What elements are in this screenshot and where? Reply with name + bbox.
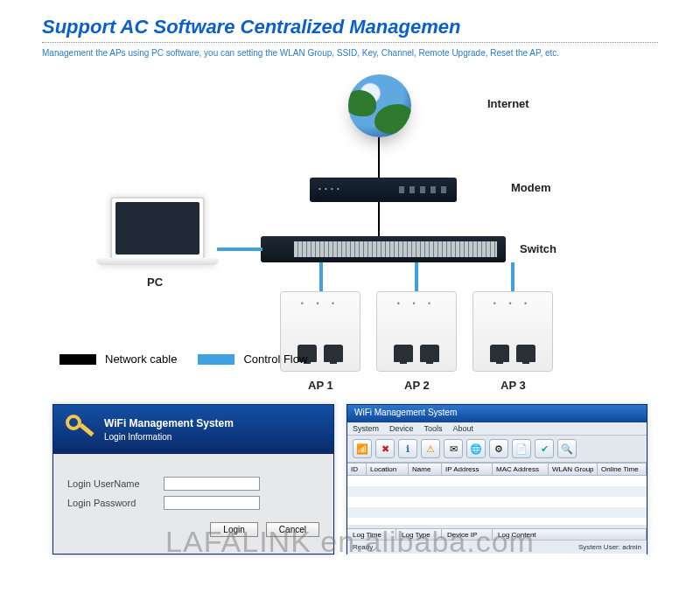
management-window: WiFi Management System System Device Too…: [346, 404, 648, 555]
tb-doc-icon[interactable]: 📄: [512, 439, 531, 458]
menu-system[interactable]: System: [353, 424, 379, 433]
ctrl-ap1: [319, 262, 323, 291]
modem-device: • • • •: [310, 178, 457, 202]
mgmt-titlebar: WiFi Management System: [347, 405, 647, 422]
tb-mail-icon[interactable]: ✉: [444, 439, 463, 458]
menu-tools[interactable]: Tools: [424, 424, 443, 433]
login-username-label: Login UserName: [67, 478, 164, 489]
legend-network-cable: Network cable: [105, 352, 177, 366]
control-pc-switch-h: [217, 248, 262, 251]
mgmt-statusbar: Ready System User: admin: [347, 540, 647, 554]
tb-gear-icon[interactable]: ⚙: [489, 439, 508, 458]
cable-modem-switch: [378, 202, 380, 236]
page-title: Support AC Software Centralized Manageme…: [0, 0, 700, 38]
mgmt-menu: System Device Tools About: [347, 422, 647, 436]
tb-globe-icon[interactable]: 🌐: [466, 439, 486, 458]
tb-wifi-icon[interactable]: 📶: [353, 439, 372, 458]
device-table-header: ID Location Name IP Address MAC Address …: [347, 463, 647, 476]
login-password-label: Login Password: [67, 498, 164, 508]
cable-internet-modem: [378, 137, 380, 178]
menu-device[interactable]: Device: [389, 424, 414, 433]
label-ap2: AP 2: [404, 379, 430, 392]
pc-laptop: [96, 197, 219, 265]
status-ready: Ready: [353, 543, 373, 551]
login-window: WiFi Management System Login Information…: [52, 404, 334, 555]
cancel-button[interactable]: Cancel: [266, 522, 319, 537]
switch-device: [261, 236, 506, 262]
tb-close-icon[interactable]: ✖: [375, 439, 395, 458]
tb-search-icon[interactable]: 🔍: [557, 439, 577, 458]
label-internet: Internet: [487, 97, 529, 110]
legend: Network cable Control Flow: [60, 352, 307, 366]
label-pc: PC: [147, 276, 163, 289]
tb-check-icon[interactable]: ✔: [535, 439, 554, 458]
ap2-device: • • •: [376, 291, 457, 372]
label-modem: Modem: [511, 181, 551, 194]
login-username-input[interactable]: [164, 477, 260, 491]
menu-about[interactable]: About: [453, 424, 474, 433]
tb-info-icon[interactable]: ℹ: [398, 439, 417, 458]
internet-globe-icon: [348, 74, 411, 137]
legend-control-flow: Control Flow: [243, 352, 307, 366]
page-subtitle: Management the APs using PC software, yo…: [0, 43, 700, 58]
label-switch: Switch: [520, 242, 556, 255]
login-subtitle: Login Information: [104, 432, 234, 442]
mgmt-toolbar: 📶 ✖ ℹ ⚠ ✉ 🌐 ⚙ 📄 ✔ 🔍: [347, 436, 647, 463]
login-password-input[interactable]: [164, 496, 260, 510]
ap3-device: • • •: [472, 291, 553, 372]
login-title: WiFi Management System: [104, 417, 234, 429]
key-icon: [66, 415, 95, 444]
login-header: WiFi Management System Login Information: [53, 405, 333, 454]
label-ap1: AP 1: [308, 379, 333, 392]
label-ap3: AP 3: [500, 379, 526, 392]
device-table-body: [347, 476, 647, 525]
legend-swatch-black: [60, 354, 96, 365]
status-user: System User: admin: [578, 543, 641, 551]
login-button[interactable]: Login: [210, 522, 257, 537]
tb-warn-icon[interactable]: ⚠: [421, 439, 440, 458]
legend-swatch-blue: [198, 354, 234, 365]
network-diagram: Internet • • • • Modem Switch PC • • • •…: [0, 74, 700, 402]
ctrl-ap3: [511, 262, 514, 291]
ctrl-ap2: [415, 262, 418, 291]
